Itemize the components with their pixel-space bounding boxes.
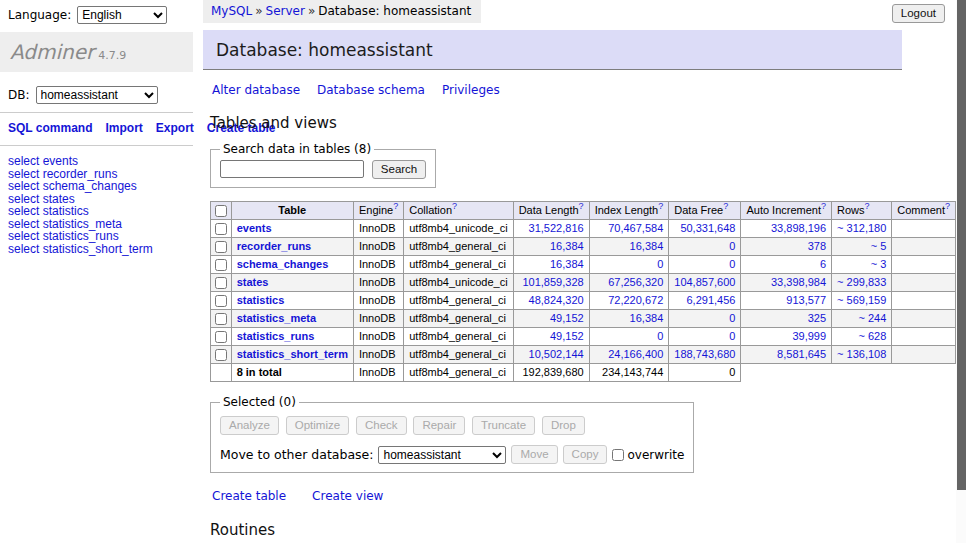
table-name-link[interactable]: recorder_runs <box>237 240 312 252</box>
index-length-link[interactable]: 70,467,584 <box>595 222 664 235</box>
main-content: MySQL»Server»Database: homeassistant Dat… <box>203 0 956 543</box>
help-link[interactable]: ? <box>865 202 870 212</box>
data-length-link[interactable]: 49,152 <box>519 312 584 325</box>
sidebar-select-schema-changes[interactable]: select schema_changes <box>8 180 185 193</box>
index-length-link[interactable]: 24,166,400 <box>595 348 664 361</box>
help-link[interactable]: ? <box>393 202 398 212</box>
data-free-link[interactable]: 0 <box>674 312 735 325</box>
data-length-link[interactable]: 31,522,816 <box>519 222 584 235</box>
auto-increment-link[interactable]: 33,898,196 <box>746 222 826 235</box>
data-free-link[interactable]: 0 <box>674 330 735 343</box>
data-length-link[interactable]: 16,384 <box>519 258 584 271</box>
select-all-checkbox[interactable] <box>215 205 227 217</box>
privileges-link[interactable]: Privileges <box>442 83 500 97</box>
rows-count-link[interactable]: ~ 299,833 <box>837 276 886 289</box>
auto-increment-link[interactable]: 33,398,984 <box>746 276 826 289</box>
table-name-link[interactable]: statistics_short_term <box>237 348 348 360</box>
rows-count-link[interactable]: ~ 136,108 <box>837 348 886 361</box>
repair-button[interactable]: Repair <box>413 416 465 435</box>
auto-increment-link[interactable]: 39,999 <box>746 330 826 343</box>
help-link[interactable]: ? <box>579 202 584 212</box>
scrollbar-track[interactable] <box>956 0 966 543</box>
rows-count-link[interactable]: ~ 244 <box>837 312 886 325</box>
help-link[interactable]: ? <box>945 202 950 212</box>
row-checkbox[interactable] <box>215 241 227 253</box>
language-select[interactable]: English <box>77 6 167 24</box>
database-schema-link[interactable]: Database schema <box>317 83 425 97</box>
auto-increment-link[interactable]: 325 <box>746 312 826 325</box>
search-button[interactable]: Search <box>372 160 426 179</box>
data-free-link[interactable]: 50,331,648 <box>674 222 735 235</box>
auto-increment-link[interactable]: 8,581,645 <box>746 348 826 361</box>
table-name-link[interactable]: events <box>237 222 272 234</box>
table-name-link[interactable]: schema_changes <box>237 258 329 270</box>
sidebar-select-statistics-runs[interactable]: select statistics_runs <box>8 230 185 243</box>
breadcrumb-separator: » <box>255 4 262 18</box>
table-name-link[interactable]: states <box>237 276 269 288</box>
move-db-select[interactable]: homeassistant <box>378 446 506 464</box>
sidebar-select-statistics-short-term[interactable]: select statistics_short_term <box>8 243 185 256</box>
row-checkbox[interactable] <box>215 313 227 325</box>
data-length-link[interactable]: 101,859,328 <box>519 276 584 289</box>
rows-count-link[interactable]: ~ 312,180 <box>837 222 886 235</box>
index-length-link[interactable]: 0 <box>595 330 664 343</box>
check-button[interactable]: Check <box>356 416 407 435</box>
data-length-link[interactable]: 16,384 <box>519 240 584 253</box>
data-length-link[interactable]: 48,824,320 <box>519 294 584 307</box>
help-link[interactable]: ? <box>452 202 457 212</box>
breadcrumb-server-link[interactable]: Server <box>266 4 305 18</box>
rows-count-link[interactable]: ~ 3 <box>837 258 886 271</box>
data-free-link[interactable]: 104,857,600 <box>674 276 735 289</box>
sidebar-select-events[interactable]: select events <box>8 155 185 168</box>
copy-button[interactable]: Copy <box>563 445 608 464</box>
row-checkbox[interactable] <box>215 331 227 343</box>
create-view-link[interactable]: Create view <box>312 489 383 503</box>
export-link[interactable]: Export <box>156 121 194 135</box>
index-length-link[interactable]: 16,384 <box>595 312 664 325</box>
index-length-link[interactable]: 0 <box>595 258 664 271</box>
auto-increment-link[interactable]: 378 <box>746 240 826 253</box>
auto-increment-link[interactable]: 913,577 <box>746 294 826 307</box>
index-length-link[interactable]: 67,256,320 <box>595 276 664 289</box>
scrollbar-thumb[interactable] <box>957 0 966 490</box>
data-length-link[interactable]: 10,502,144 <box>519 348 584 361</box>
sidebar-select-statistics[interactable]: select statistics <box>8 205 185 218</box>
table-name-link[interactable]: statistics_runs <box>237 330 315 342</box>
import-link[interactable]: Import <box>105 121 142 135</box>
alter-database-link[interactable]: Alter database <box>212 83 300 97</box>
data-free-link[interactable]: 6,291,456 <box>674 294 735 307</box>
breadcrumb-mysql-link[interactable]: MySQL <box>211 4 252 18</box>
row-checkbox[interactable] <box>215 295 227 307</box>
overwrite-checkbox[interactable] <box>612 449 624 461</box>
truncate-button[interactable]: Truncate <box>472 416 535 435</box>
data-length-link[interactable]: 49,152 <box>519 330 584 343</box>
row-checkbox[interactable] <box>215 277 227 289</box>
data-free-link[interactable]: 188,743,680 <box>674 348 735 361</box>
db-select[interactable]: homeassistant <box>36 86 158 104</box>
table-name-link[interactable]: statistics <box>237 294 285 306</box>
row-checkbox[interactable] <box>215 349 227 361</box>
create-table-link-main[interactable]: Create table <box>212 489 286 503</box>
row-checkbox[interactable] <box>215 223 227 235</box>
rows-count-link[interactable]: ~ 5 <box>837 240 886 253</box>
index-length-link[interactable]: 16,384 <box>595 240 664 253</box>
table-name-link[interactable]: statistics_meta <box>237 312 317 324</box>
sql-command-link[interactable]: SQL command <box>8 121 92 135</box>
data-free-link[interactable]: 0 <box>674 240 735 253</box>
drop-button[interactable]: Drop <box>542 416 585 435</box>
rows-count-link[interactable]: ~ 628 <box>837 330 886 343</box>
help-link[interactable]: ? <box>658 202 663 212</box>
analyze-button[interactable]: Analyze <box>220 416 279 435</box>
move-button[interactable]: Move <box>511 445 557 464</box>
data-free-link[interactable]: 0 <box>674 258 735 271</box>
engine-cell: InnoDB <box>353 256 403 274</box>
optimize-button[interactable]: Optimize <box>286 416 349 435</box>
row-checkbox[interactable] <box>215 259 227 271</box>
breadcrumb-current: Database: homeassistant <box>318 4 471 18</box>
auto-increment-link[interactable]: 6 <box>746 258 826 271</box>
index-length-link[interactable]: 72,220,672 <box>595 294 664 307</box>
search-input[interactable] <box>220 160 364 178</box>
help-link[interactable]: ? <box>821 202 826 212</box>
help-link[interactable]: ? <box>723 202 728 212</box>
rows-count-link[interactable]: ~ 569,159 <box>837 294 886 307</box>
